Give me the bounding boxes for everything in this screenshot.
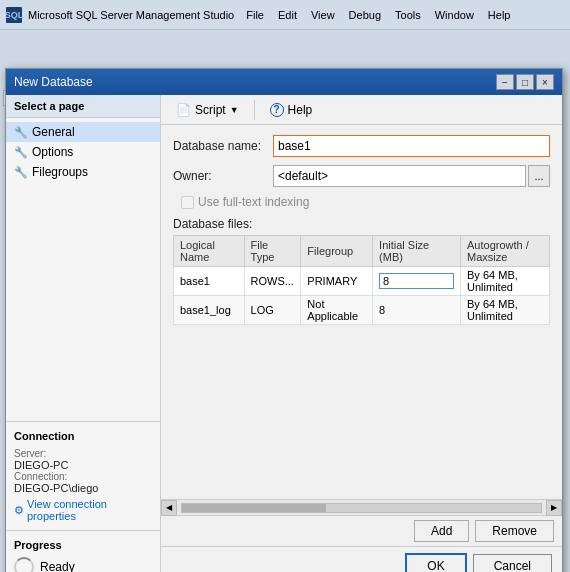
owner-input-container: ...: [273, 165, 550, 187]
page-item-filegroups[interactable]: 🔧 Filegroups: [6, 162, 160, 182]
owner-row: Owner: ...: [173, 165, 550, 187]
dialog-titlebar: New Database − □ ×: [6, 69, 562, 95]
db-name-input-container: [273, 135, 550, 157]
cell-initial-size-1[interactable]: [373, 267, 461, 296]
progress-content: Ready: [14, 557, 152, 572]
script-button[interactable]: 📄 Script ▼: [169, 100, 246, 120]
browse-button[interactable]: ...: [528, 165, 550, 187]
fulltext-checkbox[interactable]: [181, 196, 194, 209]
dialog-footer: OK Cancel: [161, 546, 562, 572]
scroll-left-arrow[interactable]: ◀: [161, 500, 177, 516]
app-title: Microsoft SQL Server Management Studio: [28, 9, 234, 21]
db-name-label: Database name:: [173, 139, 273, 153]
connection-header: Connection: [14, 430, 152, 442]
col-file-type: File Type: [244, 236, 301, 267]
help-icon: ?: [270, 103, 284, 117]
cell-initial-size-2: 8: [373, 296, 461, 325]
connection-label: Connection:: [14, 471, 152, 482]
ssms-background: New Database New Database − □ × Select a…: [0, 30, 570, 572]
table-row: base1_log LOG Not Applicable 8 By 64 MB,…: [174, 296, 550, 325]
initial-size-input-1[interactable]: [379, 273, 454, 289]
right-panel: 📄 Script ▼ ? Help: [161, 95, 562, 572]
script-icon: 📄: [176, 103, 191, 117]
server-label: Server:: [14, 448, 152, 459]
cell-filegroup-2: Not Applicable: [301, 296, 373, 325]
menu-debug[interactable]: Debug: [343, 7, 387, 23]
left-panel: Select a page 🔧 General 🔧 Options 🔧 F: [6, 95, 161, 572]
close-button[interactable]: ×: [536, 74, 554, 90]
app-menu-bar: File Edit View Debug Tools Window Help: [240, 7, 516, 23]
menu-tools[interactable]: Tools: [389, 7, 427, 23]
db-files-table: Logical Name File Type Filegroup Initial…: [173, 235, 550, 325]
dialog-body: Select a page 🔧 General 🔧 Options 🔧 F: [6, 95, 562, 572]
add-button[interactable]: Add: [414, 520, 469, 542]
db-files-label: Database files:: [173, 217, 550, 231]
cell-autogrowth-1: By 64 MB, Unlimited: [461, 267, 550, 296]
select-page-header: Select a page: [6, 95, 160, 118]
fulltext-label: Use full-text indexing: [198, 195, 309, 209]
app-titlebar: SQL Microsoft SQL Server Management Stud…: [0, 0, 570, 30]
new-database-dialog: New Database − □ × Select a page 🔧 Gener…: [5, 68, 563, 572]
fulltext-row: Use full-text indexing: [173, 195, 550, 209]
add-remove-row: Add Remove: [161, 515, 562, 546]
col-logical-name: Logical Name: [174, 236, 245, 267]
scroll-track[interactable]: [181, 503, 542, 513]
connection-section: Connection Server: DIEGO-PC Connection: …: [6, 421, 160, 530]
menu-view[interactable]: View: [305, 7, 341, 23]
remove-button[interactable]: Remove: [475, 520, 554, 542]
progress-header: Progress: [14, 539, 152, 551]
progress-spinner: [14, 557, 34, 572]
col-autogrowth: Autogrowth / Maxsize: [461, 236, 550, 267]
help-button[interactable]: ? Help: [263, 100, 320, 120]
dialog-title: New Database: [14, 75, 496, 89]
toolbar: 📄 Script ▼ ? Help: [161, 95, 562, 125]
connection-props-icon: ⚙: [14, 504, 24, 517]
ok-button[interactable]: OK: [405, 553, 466, 572]
menu-edit[interactable]: Edit: [272, 7, 303, 23]
owner-label: Owner:: [173, 169, 273, 183]
table-row: base1 ROWS... PRIMARY By 64 MB, Unlimite…: [174, 267, 550, 296]
scroll-right-arrow[interactable]: ▶: [546, 500, 562, 516]
db-name-row: Database name:: [173, 135, 550, 157]
table-header-row: Logical Name File Type Filegroup Initial…: [174, 236, 550, 267]
page-icon-filegroups: 🔧: [14, 166, 28, 179]
menu-help[interactable]: Help: [482, 7, 517, 23]
server-value: DIEGO-PC: [14, 459, 152, 471]
cancel-button[interactable]: Cancel: [473, 554, 552, 572]
toolbar-separator: [254, 100, 255, 120]
script-dropdown-arrow: ▼: [230, 105, 239, 115]
page-item-general[interactable]: 🔧 General: [6, 122, 160, 142]
dialog-window-controls: − □ ×: [496, 74, 554, 90]
view-connection-properties-link[interactable]: ⚙ View connection properties: [14, 498, 152, 522]
page-list: 🔧 General 🔧 Options 🔧 Filegroups: [6, 118, 160, 421]
cell-autogrowth-2: By 64 MB, Unlimited: [461, 296, 550, 325]
progress-status: Ready: [40, 560, 75, 572]
cell-file-type-2: LOG: [244, 296, 301, 325]
col-initial-size: Initial Size (MB): [373, 236, 461, 267]
connection-value: DIEGO-PC\diego: [14, 482, 152, 494]
page-icon-options: 🔧: [14, 146, 28, 159]
col-filegroup: Filegroup: [301, 236, 373, 267]
db-name-input[interactable]: [273, 135, 550, 157]
owner-input[interactable]: [273, 165, 526, 187]
progress-section: Progress Ready: [6, 530, 160, 572]
form-area: Database name: Owner: ...: [161, 125, 562, 499]
cell-filegroup-1: PRIMARY: [301, 267, 373, 296]
app-icon: SQL: [6, 7, 22, 23]
maximize-button[interactable]: □: [516, 74, 534, 90]
cell-logical-name-2: base1_log: [174, 296, 245, 325]
cell-logical-name-1: base1: [174, 267, 245, 296]
scroll-thumb[interactable]: [182, 504, 326, 512]
cell-file-type-1: ROWS...: [244, 267, 301, 296]
menu-file[interactable]: File: [240, 7, 270, 23]
page-item-options[interactable]: 🔧 Options: [6, 142, 160, 162]
horizontal-scrollbar[interactable]: ◀ ▶: [161, 499, 562, 515]
minimize-button[interactable]: −: [496, 74, 514, 90]
page-icon-general: 🔧: [14, 126, 28, 139]
menu-window[interactable]: Window: [429, 7, 480, 23]
